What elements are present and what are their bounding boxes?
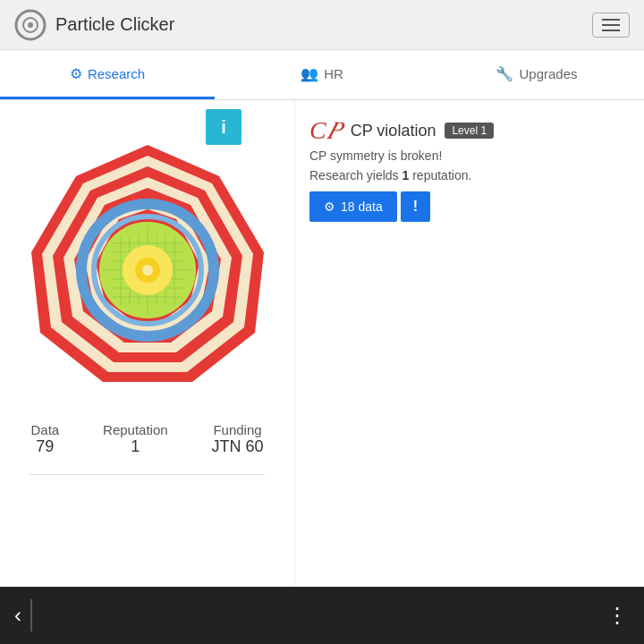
app-title: Particle Clicker bbox=[55, 14, 174, 35]
tab-hr[interactable]: 👥 HR bbox=[215, 50, 429, 99]
research-title: CP violation bbox=[351, 122, 436, 140]
btn-data-label: 18 data bbox=[341, 199, 383, 214]
upgrades-tab-icon: 🔧 bbox=[496, 65, 513, 82]
top-bar: Particle Clicker bbox=[0, 0, 644, 50]
hamburger-line-2 bbox=[602, 24, 620, 26]
stat-reputation-value: 1 bbox=[131, 437, 140, 456]
main-content: i bbox=[0, 100, 644, 587]
stat-funding-value: JTN 60 bbox=[212, 437, 264, 456]
app-icon bbox=[14, 9, 47, 41]
hr-tab-label: HR bbox=[324, 66, 343, 81]
stat-reputation: Reputation 1 bbox=[103, 422, 168, 456]
particle-svg bbox=[13, 136, 282, 404]
research-tab-label: Research bbox=[88, 66, 145, 81]
tab-research[interactable]: ⚙ Research bbox=[0, 50, 215, 99]
research-item-header: C𝑃 CP violation Level 1 bbox=[309, 118, 630, 143]
stat-reputation-label: Reputation bbox=[103, 422, 168, 437]
stats-row: Data 79 Reputation 1 Funding JTN 60 bbox=[0, 404, 294, 465]
tab-bar: ⚙ Research 👥 HR 🔧 Upgrades bbox=[0, 50, 644, 100]
stat-data: Data 79 bbox=[30, 422, 59, 456]
cp-violation-icon: C𝑃 bbox=[309, 118, 342, 143]
svg-point-2 bbox=[28, 22, 33, 28]
level-badge: Level 1 bbox=[445, 123, 494, 139]
stat-data-label: Data bbox=[30, 422, 59, 437]
research-tab-icon: ⚙ bbox=[70, 65, 82, 82]
research-description: CP symmetry is broken! bbox=[309, 148, 630, 163]
info-button[interactable]: i bbox=[206, 109, 242, 145]
research-actions: ⚙ 18 data ! bbox=[309, 191, 630, 222]
hamburger-line-1 bbox=[602, 19, 620, 21]
stat-data-value: 79 bbox=[36, 437, 54, 456]
particle-visualization bbox=[13, 136, 282, 404]
nav-divider bbox=[30, 599, 32, 631]
back-button[interactable]: ‹ bbox=[14, 603, 21, 628]
gear-icon: ⚙ bbox=[324, 199, 335, 214]
stat-funding-label: Funding bbox=[213, 422, 261, 437]
stat-funding: Funding JTN 60 bbox=[212, 422, 264, 456]
tab-upgrades[interactable]: 🔧 Upgrades bbox=[429, 50, 644, 99]
research-data-button[interactable]: ⚙ 18 data bbox=[309, 191, 397, 222]
app-branding: Particle Clicker bbox=[14, 9, 174, 41]
upgrades-tab-label: Upgrades bbox=[519, 66, 577, 81]
menu-button[interactable] bbox=[592, 13, 630, 38]
left-panel: i bbox=[0, 100, 295, 587]
bottom-nav: ‹ ⋮ bbox=[0, 587, 644, 644]
yield-unit: reputation. bbox=[409, 168, 471, 182]
research-yield: Research yields 1 reputation. bbox=[309, 168, 630, 182]
more-button[interactable]: ⋮ bbox=[606, 603, 630, 628]
center-dot bbox=[142, 265, 153, 275]
right-panel: C𝑃 CP violation Level 1 CP symmetry is b… bbox=[295, 100, 644, 587]
divider bbox=[30, 474, 265, 475]
hr-tab-icon: 👥 bbox=[301, 65, 318, 82]
hamburger-line-3 bbox=[602, 30, 620, 31]
research-exclaim-button[interactable]: ! bbox=[401, 191, 430, 222]
yield-text: Research yields bbox=[309, 168, 402, 182]
research-item-cp-violation: C𝑃 CP violation Level 1 CP symmetry is b… bbox=[309, 118, 630, 222]
